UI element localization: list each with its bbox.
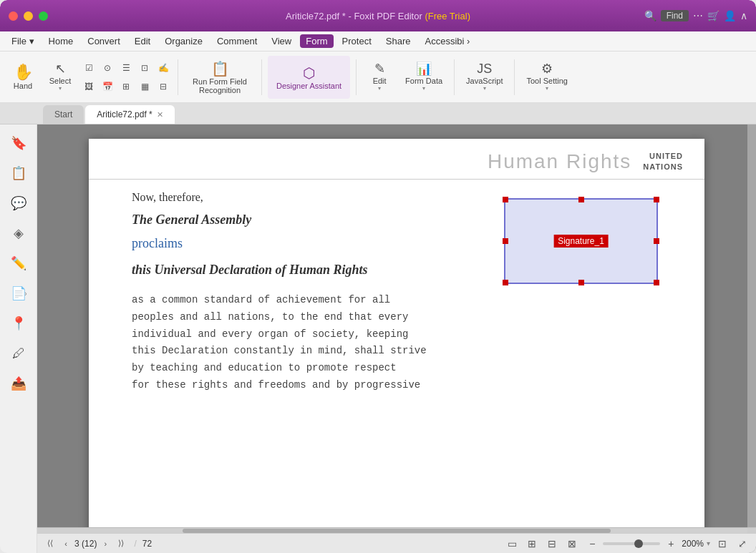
sidebar-page[interactable]: 📄 › — [6, 280, 32, 306]
hand-icon: ✋ — [14, 64, 33, 80]
view-mode-single[interactable]: ▭ — [504, 536, 520, 552]
sidebar-copy[interactable]: 📋 — [6, 160, 32, 186]
sidebar-layers[interactable]: ◈ — [6, 220, 32, 246]
form-data-button[interactable]: 📊 Form Data ▾ — [399, 56, 448, 99]
menu-share[interactable]: Share — [380, 34, 417, 48]
menu-view[interactable]: View — [266, 34, 297, 48]
doc-content: Now, therefore, The General Assembly pro… — [89, 191, 704, 400]
zoom-slider-thumb — [634, 539, 643, 548]
form-data-icon: 📊 — [416, 62, 432, 75]
page-navigation: ⟨⟨ ‹ 3 (12) › ⟩⟩ — [43, 537, 128, 551]
menu-file[interactable]: File ▾ — [6, 34, 40, 48]
menu-edit[interactable]: Edit — [129, 34, 156, 48]
menu-convert[interactable]: Convert — [82, 34, 126, 48]
handle-top-right — [654, 197, 659, 202]
tab-document[interactable]: Ariticle72.pdf * ✕ — [85, 105, 174, 124]
find-input[interactable]: Find — [661, 10, 689, 21]
last-page-button[interactable]: ⟩⟩ — [114, 537, 128, 551]
signature-field-container: Signature_1 — [504, 191, 662, 400]
h-scrollbar[interactable] — [37, 527, 756, 533]
handle-bot-left — [503, 280, 508, 285]
paragraph-3: proclaims — [132, 236, 483, 251]
menu-home[interactable]: Home — [43, 34, 79, 48]
signature-btn[interactable]: ✍ — [155, 59, 172, 77]
collapse-icon[interactable]: ∧ — [740, 10, 747, 21]
document-area: Human Rights UNITED NATIONS Now, therefo… — [37, 124, 756, 553]
prev-page-button[interactable]: ‹ — [59, 537, 73, 551]
first-page-button[interactable]: ⟨⟨ — [43, 537, 57, 551]
cart-icon[interactable]: 🛒 — [707, 10, 719, 21]
handle-top-left — [503, 197, 508, 202]
sidebar-export[interactable]: 📤 — [6, 371, 32, 396]
fullscreen-button[interactable]: ⤢ — [735, 536, 750, 552]
sidebar-stamp[interactable]: 🖊 — [6, 341, 32, 366]
menu-comment[interactable]: Comment — [211, 34, 263, 48]
edit-arrow-icon: ▾ — [378, 85, 381, 92]
search-icon[interactable]: 🔍 — [644, 10, 656, 21]
dropdown-btn[interactable]: ⊡ — [136, 59, 153, 77]
sidebar-pin[interactable]: 📍 — [6, 310, 32, 336]
view-mode-spread[interactable]: ⊠ — [564, 536, 580, 552]
user-icon[interactable]: 👤 — [724, 10, 736, 21]
tab-close-button[interactable]: ✕ — [157, 110, 163, 119]
next-page-button[interactable]: › — [98, 537, 112, 551]
status-right: ▭ ⊞ ⊟ ⊠ − + 200% ▾ ⊡ ⤢ — [504, 536, 750, 552]
menu-protect[interactable]: Protect — [336, 34, 377, 48]
maximize-button[interactable] — [39, 11, 48, 21]
view-mode-cols[interactable]: ⊟ — [544, 536, 560, 552]
select-tool-button[interactable]: ↖ Select ▾ — [43, 56, 77, 99]
designer-icon: ⬡ — [303, 64, 315, 82]
tab-start[interactable]: Start — [43, 105, 84, 124]
grid2-5[interactable]: ▦ — [136, 78, 153, 95]
paragraph-5: as a common standard of achievement for … — [132, 292, 483, 394]
paragraph-2: The General Assembly — [132, 212, 483, 227]
menu-form[interactable]: Form — [300, 34, 333, 48]
checkbox-btn[interactable]: ☑ — [80, 59, 97, 77]
grid2-6[interactable]: ⊟ — [155, 78, 172, 95]
h-scrollbar-thumb — [183, 529, 611, 533]
menu-organize[interactable]: Organize — [159, 34, 208, 48]
sidebar-pencil[interactable]: ✏️ — [6, 250, 32, 276]
sidebar-bookmark[interactable]: 🔖 — [6, 130, 32, 156]
scrollbar[interactable] — [747, 124, 756, 533]
doc-header-title: Human Rights — [488, 150, 631, 173]
status-sep-1: / — [134, 539, 136, 549]
separator-2 — [261, 59, 262, 95]
zoom-in-button[interactable]: + — [663, 536, 679, 552]
signature-field[interactable]: Signature_1 — [504, 198, 658, 284]
edit-button[interactable]: ✎ Edit ▾ — [362, 56, 397, 99]
left-sidebar: 🔖 📋 💬 ◈ ✏️ 📄 › 📍 🖊 📤 — [0, 124, 37, 553]
grid2-4[interactable]: ⊞ — [117, 78, 135, 95]
title-bar-controls: 🔍 Find ⋯ 🛒 👤 ∧ — [644, 10, 747, 21]
title-bar: Ariticle72.pdf * - Foxit PDF Editor (Fre… — [0, 0, 756, 31]
form-data-arrow-icon: ▾ — [422, 85, 425, 92]
minimize-button[interactable] — [24, 11, 33, 21]
sidebar-comment[interactable]: 💬 — [6, 190, 32, 216]
zoom-slider[interactable] — [603, 542, 660, 545]
hand-tool-button[interactable]: ✋ Hand — [6, 56, 40, 99]
zoom-out-button[interactable]: − — [584, 536, 600, 552]
menu-accessibility[interactable]: Accessibi › — [419, 34, 475, 48]
handle-mid-left — [503, 238, 508, 244]
document-scroll[interactable]: Human Rights UNITED NATIONS Now, therefo… — [37, 124, 756, 527]
listbox-btn[interactable]: ☰ — [117, 59, 135, 77]
date-btn[interactable]: 📅 — [99, 78, 116, 95]
image-btn[interactable]: 🖼 — [80, 78, 97, 95]
tool-setting-button[interactable]: ⚙ Tool Setting ▾ — [520, 56, 573, 99]
doc-text: Now, therefore, The General Assembly pro… — [132, 191, 483, 400]
designer-assistant-button[interactable]: ⬡ Designer Assistant — [268, 56, 350, 99]
zoom-control: − + 200% ▾ — [584, 536, 710, 552]
run-form-field-recognition-button[interactable]: 📋 Run Form Field Recognition — [184, 56, 256, 99]
signature-label: Signature_1 — [553, 235, 609, 248]
paragraph-4: this Universal Declaration of Human Righ… — [132, 263, 483, 278]
fit-page-button[interactable]: ⊡ — [714, 536, 730, 552]
radio-btn[interactable]: ⊙ — [99, 59, 116, 77]
tool-setting-arrow-icon: ▾ — [546, 85, 548, 92]
handle-top-mid — [578, 197, 584, 202]
view-mode-grid[interactable]: ⊞ — [524, 536, 540, 552]
more-options-icon[interactable]: ⋯ — [693, 10, 703, 21]
zoom-arrow-icon[interactable]: ▾ — [707, 539, 710, 547]
close-button[interactable] — [9, 11, 18, 21]
menu-bar: File ▾ Home Convert Edit Organize Commen… — [0, 31, 756, 52]
javascript-button[interactable]: JS JavaScript ▾ — [460, 56, 508, 99]
